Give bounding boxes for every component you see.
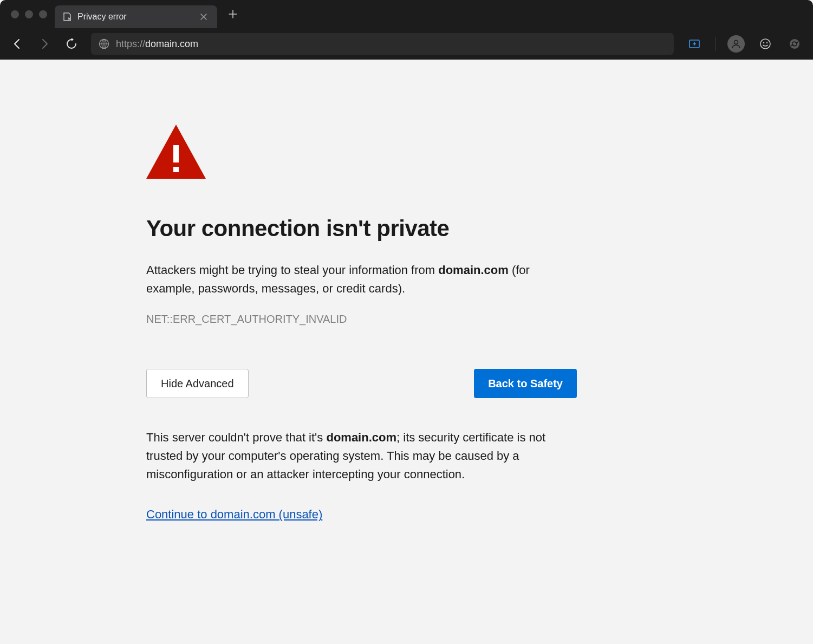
new-tab-button[interactable] — [224, 5, 242, 23]
profile-button[interactable] — [727, 35, 745, 53]
svg-rect-10 — [173, 167, 179, 172]
toolbar-separator — [715, 37, 716, 51]
refresh-button[interactable] — [64, 36, 79, 51]
content-container: Your connection isn't private Attackers … — [146, 125, 577, 522]
window-fullscreen-button[interactable] — [39, 10, 47, 18]
svg-rect-9 — [173, 145, 179, 162]
close-tab-button[interactable] — [198, 11, 210, 23]
advanced-detail: This server couldn't prove that it's dom… — [146, 428, 577, 484]
svg-point-3 — [734, 41, 738, 44]
proceed-unsafe-link[interactable]: Continue to domain.com (unsafe) — [146, 508, 322, 521]
window-controls — [4, 10, 55, 18]
window-minimize-button[interactable] — [25, 10, 33, 18]
globe-icon — [99, 38, 109, 49]
toolbar: https://domain.com — [0, 28, 813, 60]
svg-point-7 — [790, 39, 799, 49]
svg-point-6 — [766, 42, 768, 43]
svg-point-4 — [760, 39, 770, 49]
window-close-button[interactable] — [11, 10, 19, 18]
back-to-safety-button[interactable]: Back to Safety — [474, 369, 577, 398]
url-domain: domain.com — [145, 38, 198, 49]
toolbar-right — [686, 35, 803, 53]
error-heading: Your connection isn't private — [146, 216, 577, 242]
warning-triangle-icon — [146, 125, 577, 179]
error-code: NET::ERR_CERT_AUTHORITY_INVALID — [146, 313, 577, 326]
action-buttons: Hide Advanced Back to Safety — [146, 369, 577, 398]
browser-tab[interactable]: Privacy error — [55, 5, 217, 28]
hide-advanced-button[interactable]: Hide Advanced — [146, 369, 249, 398]
error-description: Attackers might be trying to steal your … — [146, 261, 577, 298]
back-button[interactable] — [10, 36, 25, 51]
address-bar[interactable]: https://domain.com — [91, 33, 674, 55]
sync-icon[interactable] — [786, 35, 803, 53]
tab-strip: Privacy error — [0, 0, 813, 28]
privacy-error-page: Your connection isn't private Attackers … — [0, 60, 813, 522]
page-error-icon — [62, 12, 72, 22]
browser-chrome: Privacy error — [0, 0, 813, 60]
tracking-prevention-icon[interactable] — [686, 35, 703, 53]
feedback-smiley-icon[interactable] — [757, 35, 774, 53]
tab-title: Privacy error — [77, 12, 127, 22]
svg-point-5 — [763, 42, 764, 43]
url-text: https://domain.com — [116, 38, 198, 50]
forward-button[interactable] — [37, 36, 52, 51]
url-prefix: https:// — [116, 38, 145, 49]
